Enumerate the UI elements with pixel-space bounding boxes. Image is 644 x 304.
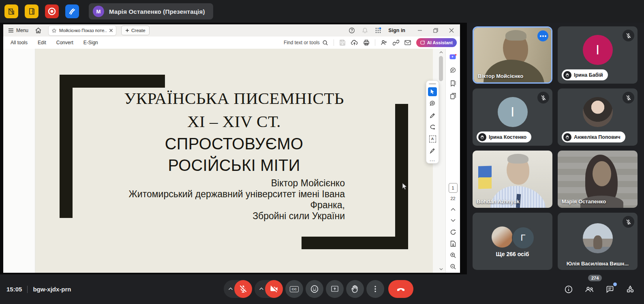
text-select-icon: A: [429, 136, 436, 142]
slide-title-line4: РОСІЙСЬКІ МІТИ: [41, 155, 427, 176]
participant-tile-bohdan[interactable]: Bohdan Azhnyuk: [473, 151, 552, 208]
hamburger-icon: [8, 28, 14, 33]
document-scrollbar[interactable]: [438, 50, 444, 272]
participants-button[interactable]: 274: [584, 285, 595, 294]
tile-options-button[interactable]: [537, 30, 548, 41]
close-window-button[interactable]: [447, 26, 456, 35]
email-icon[interactable]: [404, 40, 411, 45]
ai-assistant-button[interactable]: AI Assistant: [416, 38, 457, 47]
building-app-icon[interactable]: [4, 4, 18, 18]
select-tool[interactable]: [428, 87, 437, 96]
meeting-details-button[interactable]: [564, 285, 573, 294]
participant-tile-anzhelika[interactable]: Анжеліка Попович: [558, 88, 638, 146]
photo-avatar: [583, 97, 613, 127]
highlight-tool[interactable]: [428, 111, 437, 120]
chat-button[interactable]: [605, 285, 615, 294]
palette-more-button[interactable]: ...: [430, 158, 435, 161]
previous-page-button[interactable]: [451, 208, 456, 211]
bookmarks-panel-icon[interactable]: [450, 80, 456, 87]
participant-tile-iryna-babii[interactable]: І Ірина Бабій: [558, 26, 638, 84]
palette-drag-handle[interactable]: [429, 83, 436, 84]
save-icon[interactable]: [339, 39, 346, 46]
menu-button[interactable]: Menu: [8, 28, 28, 33]
quick-tools-palette: A ...: [426, 80, 439, 164]
shared-screen-stage: Menu Мойсієнко Показ поте... Create: [0, 23, 467, 274]
more-participants-tile[interactable]: Г Ще 266 осіб: [473, 213, 552, 270]
find-tool[interactable]: Find text or tools: [284, 40, 328, 46]
minimize-button[interactable]: [415, 26, 424, 35]
participant-tile-iryna-kostenko[interactable]: І Ірина Костенко: [473, 88, 552, 146]
scroll-down-arrow[interactable]: [438, 266, 444, 272]
mic-muted-button[interactable]: [234, 280, 252, 298]
more-options-button[interactable]: [366, 280, 384, 298]
raise-hand-button[interactable]: [346, 280, 364, 298]
page-number-input[interactable]: 1: [449, 183, 458, 193]
edit-menu[interactable]: Edit: [38, 40, 46, 45]
camera-control[interactable]: [255, 280, 283, 298]
notifications-bell-icon[interactable]: [362, 27, 368, 34]
slide-title-line1: УКРАЇНСЬКА ПИСЕМНІСТЬ: [35, 87, 433, 110]
slide-author-block: Віктор Мойсієнко Житомирський державний …: [129, 178, 345, 222]
comment-tool[interactable]: [428, 99, 437, 108]
text-select-tool[interactable]: A: [428, 134, 437, 143]
comments-panel-icon[interactable]: [449, 67, 456, 74]
sign-pen-icon: [430, 148, 436, 154]
hand-icon: [350, 284, 360, 294]
camera-off-button[interactable]: [265, 280, 283, 298]
end-call-button[interactable]: [388, 280, 413, 298]
people-icon: [584, 285, 595, 294]
convert-menu[interactable]: Convert: [56, 40, 73, 45]
ai-sparkle-icon: [420, 40, 425, 45]
door-app-icon[interactable]: [25, 4, 39, 18]
ai-assistant-panel-icon[interactable]: [449, 54, 457, 60]
chat-notification-dot: [613, 282, 617, 286]
export-page-button[interactable]: [450, 240, 456, 247]
zoom-in-button[interactable]: [450, 252, 456, 259]
participant-tile-yulia[interactable]: Юлія Василівна Вишн...: [558, 213, 638, 270]
print-icon[interactable]: [363, 39, 370, 46]
add-reviewer-icon[interactable]: [381, 39, 387, 46]
fill-sign-tool[interactable]: [428, 146, 437, 155]
star-icon[interactable]: [51, 28, 57, 33]
mic-options-chevron-icon[interactable]: [227, 285, 234, 293]
restore-button[interactable]: [431, 26, 440, 35]
scroll-up-arrow[interactable]: [438, 50, 444, 55]
home-button[interactable]: [35, 27, 42, 34]
scribble-app-icon[interactable]: [65, 4, 79, 18]
draw-tool[interactable]: [428, 123, 437, 132]
sign-in-button[interactable]: Sign in: [388, 28, 405, 33]
scrollbar-thumb[interactable]: [439, 56, 443, 81]
initial-avatar: І: [498, 97, 528, 127]
zoom-out-button[interactable]: [450, 263, 456, 270]
camera-options-chevron-icon[interactable]: [258, 285, 265, 293]
apps-waffle-icon[interactable]: [375, 27, 381, 34]
present-button[interactable]: [326, 280, 344, 298]
plus-icon: [125, 28, 129, 32]
presenter-tab[interactable]: M Марія Остапенко (Презентація): [89, 3, 213, 19]
participant-tile-maria[interactable]: Марія Остапенко: [558, 151, 638, 208]
activities-button[interactable]: [625, 285, 635, 294]
hand-raised-icon: [563, 133, 571, 141]
all-tools-menu[interactable]: All tools: [11, 40, 28, 45]
help-icon[interactable]: [349, 27, 355, 34]
find-label: Find text or tools: [284, 40, 320, 45]
next-page-button[interactable]: [451, 219, 456, 222]
reactions-button[interactable]: [306, 280, 323, 298]
document-tab[interactable]: Мойсієнко Показ поте...: [48, 25, 116, 36]
upload-cloud-icon[interactable]: [351, 39, 358, 46]
share-link-icon[interactable]: [393, 39, 399, 46]
page-thumbnails-icon[interactable]: [450, 93, 456, 99]
close-tab-icon[interactable]: [109, 28, 113, 32]
esign-menu[interactable]: E-Sign: [83, 40, 98, 45]
meeting-code: bgw-xjdx-prn: [33, 286, 71, 293]
captions-button[interactable]: CC: [285, 280, 303, 298]
initial-avatar: І: [583, 35, 613, 65]
rotate-page-button[interactable]: [450, 229, 456, 235]
participant-tile-viktor[interactable]: Віктор Мойсієнко: [473, 26, 552, 84]
mic-control[interactable]: [224, 280, 252, 298]
record-app-icon[interactable]: [45, 4, 59, 18]
overflow-avatar-letter: Г: [512, 226, 535, 249]
slide-bracket-bottomright-horizontal: [302, 237, 408, 249]
create-button[interactable]: Create: [121, 26, 150, 35]
slide-bracket-topleft-horizontal: [60, 75, 165, 88]
